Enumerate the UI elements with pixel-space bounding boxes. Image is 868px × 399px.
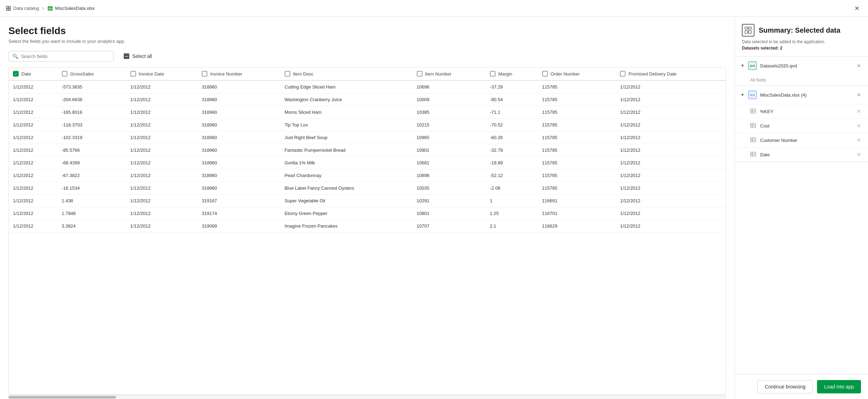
field-name: Date bbox=[760, 152, 852, 157]
table-header: Date GrossSales bbox=[9, 67, 726, 80]
breadcrumb-home-label: Data catalog bbox=[13, 6, 39, 11]
left-panel: Select fields Select the fields you want… bbox=[0, 17, 734, 399]
svg-rect-10 bbox=[751, 109, 756, 113]
summary-datasets-count: Datasets selected: 2 bbox=[742, 46, 861, 51]
field-name: Customer Number bbox=[760, 138, 852, 143]
col-checkbox-promiseddeliverydate[interactable] bbox=[620, 71, 626, 77]
table-row: 1/12/2012-573.38351/12/2012318960Cutting… bbox=[9, 80, 726, 93]
field-remove-button[interactable]: ✕ bbox=[855, 108, 862, 115]
top-bar: Data catalog > XLS MiscSalesData.xlsx ✕ bbox=[0, 0, 868, 17]
chevron-down-icon-2: ▼ bbox=[740, 92, 745, 97]
breadcrumb-separator: > bbox=[42, 6, 45, 11]
col-promiseddeliverydate[interactable]: Promised Delivery Date bbox=[616, 67, 726, 80]
table-row: 1/12/2012-118.37031/12/2012318960Tip Top… bbox=[9, 119, 726, 131]
summary-header: Summary: Selected data Data selected to … bbox=[735, 17, 868, 57]
col-checkbox-grosssales[interactable] bbox=[62, 71, 67, 77]
svg-rect-1 bbox=[9, 6, 11, 8]
right-panel: Summary: Selected data Data selected to … bbox=[734, 17, 868, 399]
app-container: Data catalog > XLS MiscSalesData.xlsx ✕ … bbox=[0, 0, 868, 399]
page-subtitle: Select the fields you want to include in… bbox=[8, 39, 726, 44]
select-all-checkbox[interactable] bbox=[124, 53, 129, 59]
horizontal-scrollbar[interactable] bbox=[8, 395, 726, 399]
dataset-remove-qvd[interactable]: ✕ bbox=[855, 62, 862, 69]
svg-rect-18 bbox=[751, 138, 756, 142]
all-fields-label: All fields bbox=[735, 75, 868, 85]
right-footer: Continue browsing Load into app bbox=[735, 374, 868, 399]
field-remove-button[interactable]: ✕ bbox=[855, 137, 862, 144]
col-ordernumber[interactable]: Order Number bbox=[538, 67, 616, 80]
continue-browsing-button[interactable]: Continue browsing bbox=[757, 380, 813, 393]
load-into-app-button[interactable]: Load into app bbox=[817, 380, 861, 393]
svg-rect-0 bbox=[6, 6, 8, 8]
breadcrumb-current-label: MiscSalesData.xlsx bbox=[55, 6, 95, 11]
svg-rect-2 bbox=[6, 9, 8, 11]
field-name: %KEY bbox=[760, 109, 852, 114]
col-checkbox-ordernumber[interactable] bbox=[542, 71, 548, 77]
field-item: Date ✕ bbox=[735, 147, 868, 162]
breadcrumb: Data catalog > XLS MiscSalesData.xlsx bbox=[6, 6, 95, 11]
table-field-icon bbox=[750, 137, 757, 143]
search-input[interactable] bbox=[21, 54, 110, 59]
breadcrumb-current[interactable]: XLS MiscSalesData.xlsx bbox=[47, 6, 95, 11]
xlsx-fields-list: %KEY ✕ Cost ✕ bbox=[735, 104, 868, 162]
col-itemnumber[interactable]: Item Number bbox=[413, 67, 486, 80]
col-checkbox-invoicenumber[interactable] bbox=[202, 71, 207, 77]
select-all-button[interactable]: Select all bbox=[119, 51, 156, 61]
summary-icon bbox=[742, 24, 754, 37]
breadcrumb-home[interactable]: Data catalog bbox=[6, 6, 39, 11]
col-checkbox-itemnumber[interactable] bbox=[417, 71, 422, 77]
scrollbar-thumb[interactable] bbox=[8, 396, 116, 399]
data-table: Date GrossSales bbox=[9, 67, 726, 233]
table-field-icon bbox=[750, 108, 757, 115]
svg-rect-9 bbox=[749, 31, 751, 33]
col-checkbox-itemdesc[interactable] bbox=[285, 71, 290, 77]
field-remove-button[interactable]: ✕ bbox=[855, 151, 862, 158]
page-title: Select fields bbox=[8, 25, 726, 37]
data-table-container[interactable]: Date GrossSales bbox=[8, 67, 726, 395]
field-item: %KEY ✕ bbox=[735, 104, 868, 118]
table-row: 1/12/2012-204.66381/12/2012318960Washing… bbox=[9, 93, 726, 106]
col-checkbox-invoicedate[interactable] bbox=[130, 71, 136, 77]
dataset-remove-xlsx[interactable]: ✕ bbox=[855, 91, 862, 98]
chevron-down-icon: ▼ bbox=[740, 63, 745, 68]
svg-rect-3 bbox=[9, 9, 11, 11]
svg-rect-7 bbox=[749, 27, 751, 29]
col-margin[interactable]: Margin bbox=[486, 67, 538, 80]
table-body: 1/12/2012-573.38351/12/2012318960Cutting… bbox=[9, 80, 726, 233]
col-itemdesc[interactable]: Item Desc bbox=[280, 67, 413, 80]
table-field-icon bbox=[750, 151, 757, 158]
svg-rect-22 bbox=[751, 152, 756, 156]
col-date[interactable]: Date bbox=[9, 67, 58, 80]
svg-rect-14 bbox=[751, 123, 756, 127]
table-row: 1/12/2012-68.43991/12/2012318960Gorilla … bbox=[9, 157, 726, 169]
col-checkbox-margin[interactable] bbox=[490, 71, 495, 77]
search-icon: 🔍 bbox=[12, 53, 18, 59]
close-button[interactable]: ✕ bbox=[851, 3, 862, 14]
main-content: Select fields Select the fields you want… bbox=[0, 17, 868, 399]
qvd-icon: QVD bbox=[748, 61, 757, 70]
select-all-label: Select all bbox=[132, 53, 152, 59]
field-name: Cost bbox=[760, 123, 852, 129]
table-field-icon bbox=[750, 123, 757, 129]
svg-text:XLS: XLS bbox=[48, 8, 53, 10]
table-row: 1/12/2012-165.80161/12/2012318960Moms Sl… bbox=[9, 106, 726, 119]
dataset-section-qvd: ▼ QVD Datasets2020.qvd ✕ All fields bbox=[735, 57, 868, 86]
dataset-header-qvd[interactable]: ▼ QVD Datasets2020.qvd ✕ bbox=[735, 57, 868, 75]
col-invoicenumber[interactable]: Invoice Number bbox=[197, 67, 280, 80]
col-invoicedate[interactable]: Invoice Date bbox=[126, 67, 198, 80]
dataset-header-xlsx[interactable]: ▼ XLS MiscSalesData.xlsx (4) ✕ bbox=[735, 86, 868, 104]
svg-rect-6 bbox=[745, 27, 748, 29]
summary-body: ▼ QVD Datasets2020.qvd ✕ All fields ▼ XL… bbox=[735, 57, 868, 374]
table-row: 1/12/20121.78481/12/2012319174Ebony Gree… bbox=[9, 207, 726, 220]
col-grosssales[interactable]: GrossSales bbox=[58, 67, 126, 80]
dataset-section-xlsx: ▼ XLS MiscSalesData.xlsx (4) ✕ %KEY bbox=[735, 86, 868, 162]
field-remove-button[interactable]: ✕ bbox=[855, 122, 862, 129]
table-row: 1/12/20123.38241/12/2012319069Imagine Fr… bbox=[9, 220, 726, 233]
table-row: 1/12/2012-67.38221/12/2012318960Pearl Ch… bbox=[9, 169, 726, 182]
col-checkbox-date[interactable] bbox=[13, 71, 19, 77]
table-row: 1/12/2012-16.15341/12/2012318960Blue Lab… bbox=[9, 182, 726, 195]
dataset-name-xlsx: MiscSalesData.xlsx (4) bbox=[760, 92, 852, 98]
svg-rect-8 bbox=[745, 31, 748, 33]
dataset-name-qvd: Datasets2020.qvd bbox=[760, 63, 852, 68]
search-box[interactable]: 🔍 bbox=[8, 51, 114, 61]
